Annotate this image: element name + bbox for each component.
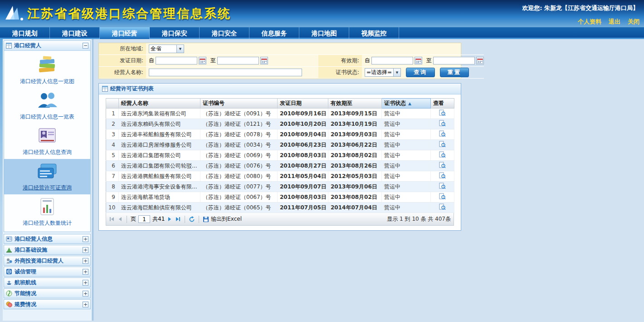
license-list-panel: 经营许可证书列表 经营人名称证书编号发证日期有效期至证书状态▲查看 1连云港东鸿… bbox=[98, 83, 461, 231]
expand-button[interactable]: + bbox=[83, 247, 88, 253]
view-icon[interactable] bbox=[439, 193, 446, 200]
issue-date-to-input[interactable] bbox=[217, 57, 259, 64]
fee-icon bbox=[6, 301, 12, 307]
column-header-4[interactable]: 有效期至 bbox=[328, 99, 382, 109]
pager-separator bbox=[127, 216, 127, 223]
cell-valid_until: 2013年08月02日 bbox=[328, 150, 382, 161]
calendar-icon[interactable] bbox=[260, 57, 268, 64]
pager-separator bbox=[199, 216, 199, 223]
from-label: 自 bbox=[149, 57, 154, 64]
header-link-1[interactable]: 退出 bbox=[609, 18, 620, 25]
sidebar-item-2[interactable]: 港口经营人信息查询 bbox=[4, 124, 90, 159]
table-row[interactable]: 9连云港海航基地货场（苏连）港经证（0067）号2010年08月03日2013年… bbox=[106, 192, 454, 203]
operator-name-input[interactable] bbox=[149, 69, 302, 76]
table-row[interactable]: 3连云港丰裕船舶服务有限公司（苏连）港经证（0078）号2010年09月04日2… bbox=[106, 129, 454, 140]
sidebar-panel-header[interactable]: 港口经营人 − bbox=[4, 41, 90, 51]
calendar-icon[interactable] bbox=[415, 57, 422, 64]
cell-issue_date: 2010年08月03日 bbox=[278, 150, 328, 161]
table-row[interactable]: 2连云港东粮码头有限公司（苏连）港经证（0121）号2010年10月20日201… bbox=[106, 119, 454, 129]
expand-button[interactable]: + bbox=[83, 236, 88, 242]
nav-tab-7[interactable]: 视频监控 bbox=[349, 27, 399, 39]
sidebar-collapsed-panel-4[interactable]: 航班航线+ bbox=[4, 277, 91, 287]
header-link-0[interactable]: 个人资料 bbox=[578, 18, 601, 25]
expand-button[interactable]: + bbox=[83, 302, 88, 307]
table-row[interactable]: 8连云港港湾海事安全设备有限...（苏连）港经证（0077）号2010年09月0… bbox=[106, 182, 454, 192]
expand-button[interactable]: + bbox=[83, 291, 88, 297]
sidebar-collapsed-panel-3[interactable]: 诚信管理+ bbox=[4, 267, 91, 277]
sidebar-collapsed-panel-6[interactable]: 规费情况+ bbox=[4, 299, 91, 309]
sidebar-collapsed-panel-2[interactable]: 外商投资港口经营人+ bbox=[4, 256, 91, 266]
pager: 页 共41 bbox=[106, 213, 454, 226]
expand-button[interactable]: + bbox=[83, 269, 88, 275]
view-icon[interactable] bbox=[439, 120, 446, 127]
export-excel-button[interactable]: 输出到Excel bbox=[203, 215, 242, 223]
cell-valid_until: 2014年07月04日 bbox=[328, 203, 382, 213]
sidebar-collapsed-panel-1[interactable]: 港口基础设施+ bbox=[4, 245, 91, 255]
column-header-1[interactable]: 经营人名称 bbox=[119, 99, 200, 109]
sidebar-collapsed-panel-5[interactable]: 节能情况+ bbox=[4, 288, 91, 298]
view-icon[interactable] bbox=[439, 162, 446, 168]
sidebar-item-4[interactable]: 港口经营人数量统计 bbox=[4, 194, 90, 230]
route-icon bbox=[6, 279, 12, 286]
sidebar-item-label: 港口经营人信息一览图 bbox=[20, 78, 74, 85]
page-number-input[interactable] bbox=[138, 215, 150, 223]
nav-tab-1[interactable]: 港口建设 bbox=[50, 27, 100, 39]
validity-from-input[interactable] bbox=[371, 57, 413, 64]
grid-body: 1连云港东鸿集装箱有限公司（苏连）港经证（0091）号2010年09月16日20… bbox=[106, 109, 454, 213]
prev-page-button[interactable] bbox=[117, 216, 123, 222]
column-header-2[interactable]: 证书编号 bbox=[200, 99, 278, 109]
calendar-icon[interactable] bbox=[476, 57, 484, 64]
next-page-button[interactable] bbox=[167, 216, 173, 222]
nav-tab-2[interactable]: 港口经营 bbox=[100, 27, 150, 39]
pager-separator bbox=[185, 216, 185, 223]
table-row[interactable]: 4连云港港口房屋维修服务公司（苏连）港经证（0034）号2010年06月23日2… bbox=[106, 140, 454, 150]
nav-tab-5[interactable]: 信息服务 bbox=[249, 27, 299, 39]
table-row[interactable]: 10连云港海巨船舶供应有限公司（苏连）港经证（0065）号2011年07月05日… bbox=[106, 203, 454, 213]
nav-tab-0[interactable]: 港口规划 bbox=[0, 27, 50, 39]
issue-date-from-input[interactable] bbox=[156, 57, 197, 64]
view-icon[interactable] bbox=[439, 151, 446, 158]
nav-tab-4[interactable]: 港口安全 bbox=[200, 27, 249, 39]
table-row[interactable]: 7连云港港腾船舶服务有限公司（苏连）港经证（0080）号2011年05月04日2… bbox=[106, 171, 454, 182]
sidebar-item-0[interactable]: 港口经营人信息一览图 bbox=[4, 53, 90, 88]
view-icon[interactable] bbox=[439, 109, 446, 116]
cert-status-select[interactable]: =请选择= ▼ bbox=[365, 68, 401, 77]
view-icon[interactable] bbox=[439, 203, 446, 210]
cell-view bbox=[431, 161, 454, 171]
nav-tabs: 港口规划港口建设港口经营港口保安港口安全信息服务港口地图视频监控 bbox=[0, 27, 644, 39]
column-header-0[interactable] bbox=[106, 99, 119, 109]
collapse-button[interactable]: − bbox=[83, 43, 88, 49]
nav-tab-6[interactable]: 港口地图 bbox=[299, 27, 349, 39]
table-row[interactable]: 6连云港港口集团有限公司轮驳...（苏连）港经证（0076）号2010年08月2… bbox=[106, 161, 454, 171]
refresh-button[interactable] bbox=[189, 216, 195, 223]
header-link-2[interactable]: 关闭 bbox=[628, 18, 639, 25]
column-header-6[interactable]: 查看 bbox=[431, 99, 454, 109]
table-row[interactable]: 1连云港东鸿集装箱有限公司（苏连）港经证（0091）号2010年09月16日20… bbox=[106, 109, 454, 119]
sidebar-item-3[interactable]: 港口经营许可证查询 bbox=[4, 159, 90, 194]
cell-cert_no: （苏连）港经证（0034）号 bbox=[200, 140, 278, 150]
calendar-icon[interactable] bbox=[199, 57, 206, 64]
first-page-button[interactable] bbox=[109, 216, 115, 222]
view-icon[interactable] bbox=[439, 141, 446, 148]
view-icon[interactable] bbox=[439, 172, 446, 179]
expand-button[interactable]: + bbox=[83, 258, 88, 264]
reset-button[interactable]: 重置 bbox=[440, 68, 469, 77]
spacer-cell bbox=[318, 43, 362, 55]
sidebar-item-1[interactable]: 港口经营人信息一览表 bbox=[4, 88, 90, 124]
validity-to-input[interactable] bbox=[433, 57, 475, 64]
last-page-button[interactable] bbox=[175, 216, 181, 222]
table-row[interactable]: 5连云港港口集团有限公司（苏连）港经证（0069）号2010年08月03日201… bbox=[106, 150, 454, 161]
cell-issue_date: 2010年09月04日 bbox=[278, 129, 328, 140]
query-button[interactable]: 查询 bbox=[406, 68, 435, 77]
view-icon[interactable] bbox=[439, 130, 446, 137]
column-header-3[interactable]: 发证日期 bbox=[278, 99, 328, 109]
sidebar-collapsed-panel-0[interactable]: 港口经营人信息+ bbox=[4, 234, 91, 244]
expand-button[interactable]: + bbox=[83, 280, 88, 286]
region-select[interactable]: 全省 ▼ bbox=[149, 45, 184, 53]
grid-header-row: 经营人名称证书编号发证日期有效期至证书状态▲查看 bbox=[106, 99, 454, 109]
nav-tab-3[interactable]: 港口保安 bbox=[150, 27, 200, 39]
column-header-5[interactable]: 证书状态▲ bbox=[382, 99, 431, 109]
cell-valid_until: 2013年08月02日 bbox=[328, 192, 382, 203]
view-icon[interactable] bbox=[439, 183, 446, 189]
cell-issue_date: 2010年08月03日 bbox=[278, 192, 328, 203]
